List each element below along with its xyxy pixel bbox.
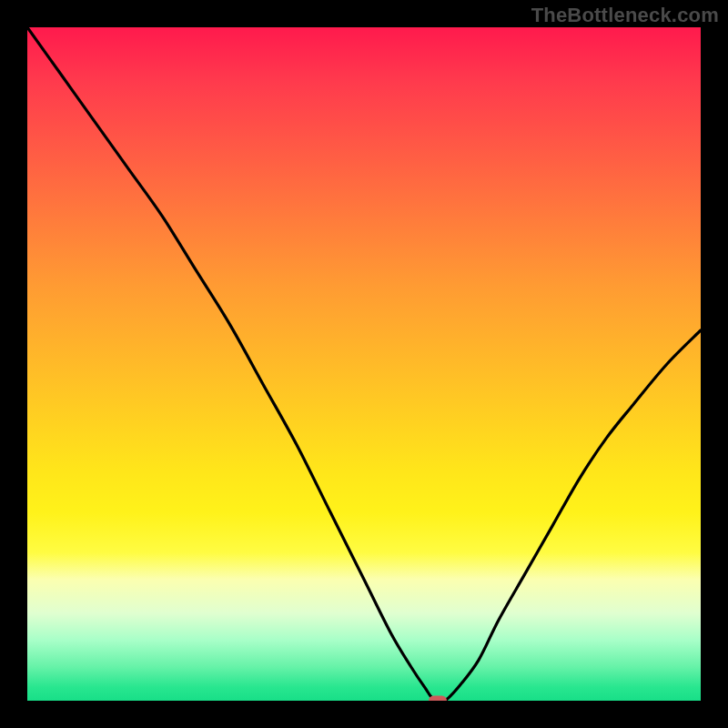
watermark-text: TheBottleneck.com	[531, 4, 719, 27]
bottleneck-curve	[27, 27, 701, 701]
optimal-point-marker	[429, 696, 447, 702]
plot-area	[27, 27, 701, 701]
chart-frame: TheBottleneck.com	[0, 0, 728, 728]
